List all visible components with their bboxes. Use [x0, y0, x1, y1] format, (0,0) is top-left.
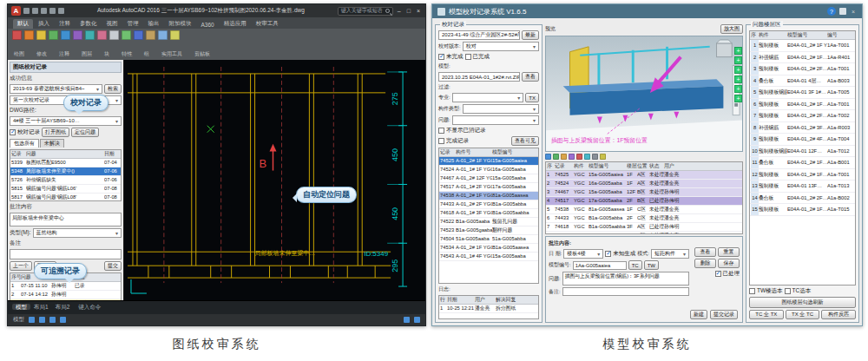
pin-icon[interactable]: [839, 8, 846, 15]
search-input[interactable]: 键入关键字或短语: [338, 7, 393, 16]
dwg-path-combo[interactable]: 4#楼 三一十层AYSB69~10…: [10, 116, 122, 126]
record-checkbox[interactable]: 校对记录: [10, 128, 40, 136]
add-view-icon[interactable]: +: [734, 47, 742, 55]
code-field[interactable]: 1Aa-G005aaiea: [573, 261, 627, 270]
clash-row[interactable]: 3 74467 YGC 15a-G005aaba 12F B区 未处理 孙伟明: [546, 188, 742, 197]
issue-floor-row[interactable]: 11 叠合板 E04A-01_2# 1F… A1a-B001: [750, 157, 855, 169]
search-icon[interactable]: [385, 9, 390, 13]
ortho-toggle-icon[interactable]: [49, 317, 56, 323]
measure-icon[interactable]: [576, 154, 582, 160]
view-model-button[interactable]: 查看: [522, 72, 539, 82]
ribbon-tab[interactable]: 参数化: [76, 19, 102, 29]
text-tool-icon[interactable]: [109, 30, 119, 40]
model-space-indicator[interactable]: 模型: [13, 316, 24, 324]
project-combo[interactable]: 2019-69 泰睿远航桐乡项目B4~: [10, 84, 102, 94]
snap-toggle-icon[interactable]: [39, 317, 45, 323]
issue-combo[interactable]: [452, 115, 539, 125]
arc-tool-icon[interactable]: [49, 30, 58, 40]
help-icon[interactable]: ?: [827, 7, 836, 16]
issue-floor-row[interactable]: 12 预制楼板 E04A-01_2# 1F… A1a-T001: [750, 169, 855, 181]
ribbon-tab[interactable]: 输出: [144, 19, 164, 29]
block-tool-icon[interactable]: [146, 30, 155, 40]
issue-floor-row[interactable]: 1 预制楼板 E04A-01_2# 1F Y… 1Aa-T001: [750, 40, 855, 52]
model-viewport[interactable]: 插图与上反梁预留位置：1F预留位置: [545, 36, 743, 152]
ribbon-tab[interactable]: 注释: [55, 19, 75, 29]
ribbon-tab[interactable]: 管理: [123, 19, 143, 29]
model-combo[interactable]: 2023.10.25 E04A-01_1#2#.rvt.ZIP: [438, 72, 520, 82]
autocad-logo-icon[interactable]: A: [11, 6, 21, 16]
ribbon-tab[interactable]: 精选应用: [220, 19, 251, 29]
add-record-icon[interactable]: +: [734, 95, 742, 102]
new-record-button[interactable]: 新建: [690, 310, 707, 319]
filter-icon[interactable]: [600, 154, 606, 160]
command-line[interactable]: 模型布局1布局2 键入命令: [8, 300, 425, 314]
issue-floor-row[interactable]: 5 预制楼板钢筋 E04A-01 3F 1#… A1a-T005: [750, 87, 855, 99]
undo-icon[interactable]: [58, 8, 64, 14]
mark-icon[interactable]: [592, 154, 598, 160]
pan-icon[interactable]: [561, 154, 567, 160]
maximize-button[interactable]: □: [405, 8, 412, 14]
issue-floor-row[interactable]: 6 预制楼板 E04A-01_2# 1F… A1a-T001: [750, 99, 855, 111]
ribbon-tab[interactable]: 默认: [13, 19, 33, 29]
record-row[interactable]: 74524 A-01_1# 1F YGC 16a-G005aaba: [439, 166, 538, 174]
tx-button[interactable]: TX: [525, 93, 539, 102]
log-row[interactable]: 1 10-25 12:21 潘金亮 拆分图纸: [439, 305, 538, 313]
history-row[interactable]: 2 07-14 14:12 孙伟明: [10, 291, 121, 299]
clash-row[interactable]: 8 74522 YGC B1a-G005aaba 1F B区 未处理 潘金亮: [546, 232, 742, 234]
record-row[interactable]: 74522 B1a-G005aaba 预留孔问题: [439, 218, 538, 226]
trim-tool-icon[interactable]: [85, 30, 95, 40]
record-row[interactable]: 74517 A-01_1# 2F YGC 17a-G005aaba: [439, 183, 538, 192]
add-filter-icon[interactable]: +: [734, 75, 742, 83]
close-button[interactable]: ×: [415, 8, 422, 14]
issue-record-row[interactable]: 5817 钢筋编号问题'钢筋L08' 07-08: [10, 194, 121, 201]
delete-button[interactable]: 删除: [694, 259, 716, 268]
issue-floor-row[interactable]: 14 叠合板 E04A-01_2# 2F… A1a-B002: [750, 193, 855, 205]
clash-row[interactable]: 4 74517 YGC 17a-G005aaba 2F B区 已处理 孙伟明: [546, 197, 742, 206]
finished-checkbox[interactable]: 完成记录: [438, 137, 469, 145]
section-icon[interactable]: [584, 154, 590, 160]
record-row[interactable]: 74543 A-01_1# 4F YGC 15a-G005aaba: [439, 253, 538, 261]
tw-button[interactable]: TW: [644, 260, 659, 270]
handled-checkbox[interactable]: 已处理: [715, 270, 740, 278]
issue-floor-row[interactable]: 2 补强钢筋 E04A-01_2# 1F… 1Aa-R401: [750, 52, 855, 64]
tc-button[interactable]: TC: [628, 260, 642, 270]
record-row[interactable]: 74534 A-01_2# 1F YGC B1a-G005aasea: [439, 244, 538, 253]
search-records-button[interactable]: 检索: [104, 84, 122, 94]
ribbon-tab[interactable]: 视图: [102, 19, 122, 29]
tx-to-tc-button[interactable]: TX 全 TC: [786, 310, 820, 319]
issue-floor-row[interactable]: 9 预制楼板 E04A-01_2# 4F… A1a-T004: [750, 134, 855, 146]
view-visible-button[interactable]: 查看可见: [511, 136, 539, 146]
issue-record-row[interactable]: 5348 局部板墙未伸至梁中() 07-06: [10, 167, 121, 176]
polar-toggle-icon[interactable]: [60, 317, 66, 323]
mirror-tool-icon[interactable]: [97, 30, 107, 40]
clash-row[interactable]: 2 74524 YGC 16a-G005aaba 1F A区 未处理 潘金亮: [546, 180, 742, 188]
submit-button[interactable]: 提交: [104, 261, 122, 271]
add-note-icon[interactable]: +: [734, 85, 742, 93]
section-marker-b[interactable]: B: [260, 144, 277, 171]
add-issue-icon[interactable]: +: [734, 56, 742, 64]
annotation-textarea[interactable]: 局部板墙未伸至梁中心: [10, 213, 122, 226]
issue-floor-row[interactable]: 10 预制楼板钢筋 E04A-01 12F… A1a-T012: [750, 146, 855, 158]
hide-resolved-checkbox[interactable]: 不显示已消记录: [438, 127, 486, 135]
layout-tab[interactable]: 布局1: [30, 304, 52, 310]
issue-record-row[interactable]: 5815 钢筋编号问题'钢筋L06' 07-08: [10, 185, 121, 194]
circle-tool-icon[interactable]: [36, 30, 46, 40]
rotate-tool-icon[interactable]: [73, 30, 82, 40]
tc-to-tx-button[interactable]: TC 全 TX: [749, 310, 784, 319]
command-prompt[interactable]: 键入命令: [78, 304, 101, 312]
reset-button[interactable]: 重置: [718, 247, 740, 257]
ribbon-tab[interactable]: 插入: [34, 19, 54, 29]
select-icon[interactable]: [545, 154, 551, 160]
element-type-combo[interactable]: [463, 104, 539, 114]
clash-row[interactable]: 1 74525 YGC 15a-G005aaiea 1F A区 未处理 潘金亮: [546, 171, 742, 180]
record-row[interactable]: 74618 A-01_1# 3F YGC B1a-G005aabba: [439, 209, 538, 218]
print-icon[interactable]: [49, 8, 56, 14]
hatch-tool-icon[interactable]: [158, 30, 168, 40]
previous-issue-button[interactable]: 上一个: [10, 261, 32, 271]
issue-floor-row[interactable]: 3 预制楼板 E04A-01_2# 2F… A1a-T001: [750, 63, 855, 75]
record-row[interactable]: 74523 B1a-G005gaaba 翻样问题: [439, 226, 538, 235]
layout-tab[interactable]: 布局2: [52, 304, 74, 310]
open-file-icon[interactable]: [32, 8, 38, 14]
close-button[interactable]: ×: [850, 9, 857, 15]
record-row[interactable]: 74525 A-01_2# 1F YGC 15a-G005aaiea: [439, 157, 538, 166]
